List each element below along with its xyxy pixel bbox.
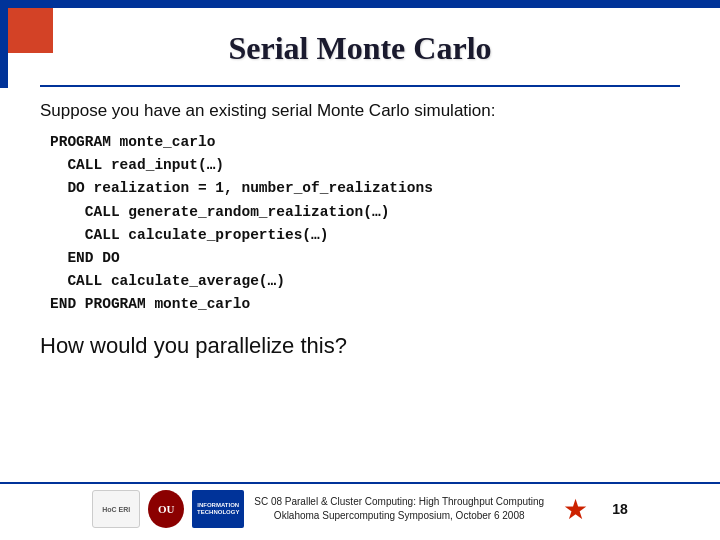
corner-decoration [8, 8, 53, 53]
star-icon: ★ [563, 493, 588, 526]
hoc-logo: HoC ERI [92, 490, 140, 528]
star-logo: ★ [554, 490, 596, 528]
footer: HoC ERI OU INFORMATIONTECHNOLOGY SC 08 P… [0, 482, 720, 528]
title-area: Serial Monte Carlo [40, 30, 680, 67]
code-line-2: CALL read_input(…) [50, 154, 680, 177]
code-line-5: CALL calculate_properties(…) [50, 224, 680, 247]
left-accent [0, 8, 8, 88]
slide: Serial Monte Carlo Suppose you have an e… [0, 0, 720, 540]
top-bar [0, 0, 720, 8]
footer-line2: Oklahoma Supercomputing Symposium, Octob… [254, 509, 544, 523]
code-line-6: END DO [50, 247, 680, 270]
slide-title: Serial Monte Carlo [40, 30, 680, 67]
code-block: PROGRAM monte_carlo CALL read_input(…) D… [50, 131, 680, 317]
it-logo: INFORMATIONTECHNOLOGY [192, 490, 244, 528]
question-text: How would you parallelize this? [40, 333, 680, 359]
footer-line1: SC 08 Parallel & Cluster Computing: High… [254, 495, 544, 509]
footer-logos: HoC ERI OU INFORMATIONTECHNOLOGY [92, 490, 244, 528]
code-line-3: DO realization = 1, number_of_realizatio… [50, 177, 680, 200]
code-line-4: CALL generate_random_realization(…) [50, 201, 680, 224]
code-line-7: CALL calculate_average(…) [50, 270, 680, 293]
code-line-1: PROGRAM monte_carlo [50, 131, 680, 154]
page-number: 18 [612, 501, 628, 517]
code-line-8: END PROGRAM monte_carlo [50, 293, 680, 316]
subtitle-text: Suppose you have an existing serial Mont… [40, 101, 680, 121]
title-rule [40, 85, 680, 87]
footer-text: SC 08 Parallel & Cluster Computing: High… [254, 495, 544, 523]
ou-logo: OU [148, 490, 184, 528]
